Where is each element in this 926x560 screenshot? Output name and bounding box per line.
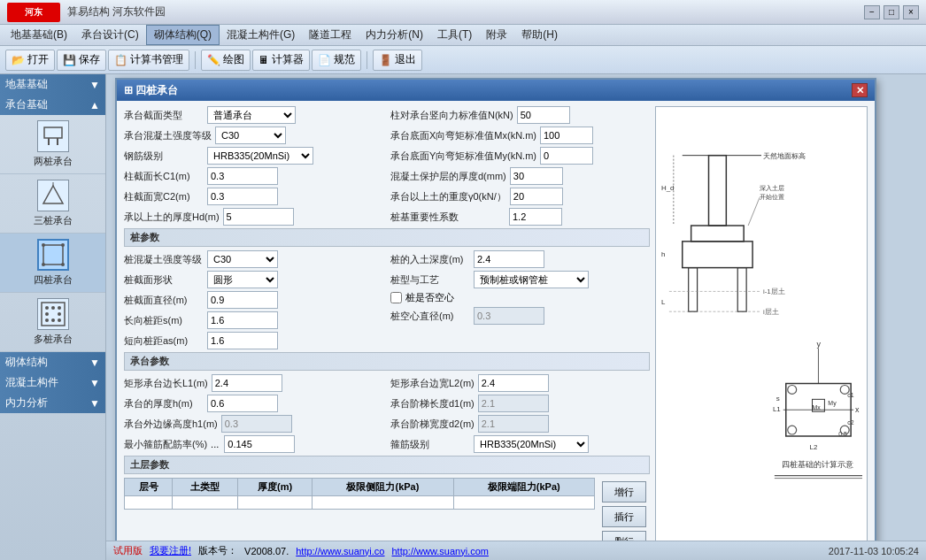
axial-input[interactable] (517, 106, 570, 124)
svg-text:L: L (661, 298, 666, 306)
rect-l1-input[interactable] (212, 374, 282, 392)
concrete-cover-input[interactable] (510, 167, 563, 185)
row-soil-thickness: 承以上土的厚度Hd(m) (124, 208, 383, 226)
menu-tunnel[interactable]: 隧道工程 (302, 26, 359, 44)
soil-thickness-input[interactable] (223, 208, 294, 226)
multi-pile-icon (37, 298, 69, 330)
menu-force[interactable]: 内力分析(N) (359, 26, 430, 44)
dialog-close-button[interactable]: ✕ (852, 83, 868, 97)
embed-depth-input[interactable] (474, 250, 544, 268)
long-spacing-input[interactable] (207, 311, 278, 329)
menu-appendix[interactable]: 附录 (479, 26, 514, 44)
spec-button[interactable]: 📄 规范 (312, 50, 361, 71)
two-pile-label: 两桩承台 (34, 155, 73, 168)
insert-row-button[interactable]: 插行 (602, 506, 646, 527)
sidebar-header-cap[interactable]: 承台基础 ▲ (0, 95, 105, 115)
three-pile-icon (37, 180, 69, 211)
svg-text:L2: L2 (810, 443, 818, 451)
menu-ground[interactable]: 地基基础(B) (4, 26, 74, 44)
cap-thick-input[interactable] (207, 395, 278, 412)
short-spacing-input[interactable] (207, 332, 278, 349)
exit-button[interactable]: 🚪 退出 (373, 50, 422, 71)
toolbar: 📂 打开 💾 保存 📋 计算书管理 ✏️ 绘图 🖩 计算器 📄 规范 🚪 退出 (0, 46, 926, 74)
pile-shape-select[interactable]: 圆形 (207, 271, 278, 288)
row-pile-concrete: 桩混凝土强度等级 C30 (124, 250, 383, 268)
cap-params-col-right: 矩形承台边宽L2(m) 承台阶梯长度d1(m) 承台阶梯宽度d2(m) (390, 374, 650, 456)
menu-tools[interactable]: 工具(T) (430, 26, 479, 44)
svg-point-45 (788, 426, 797, 434)
sidebar-header-masonry[interactable]: 砌体结构 ▼ (0, 352, 105, 372)
draw-button[interactable]: ✏️ 绘图 (201, 50, 251, 71)
menu-masonry[interactable]: 砌体结构(Q) (146, 25, 220, 45)
multi-pile-label: 多桩承台 (34, 333, 73, 346)
sidebar-item-three-pile[interactable]: 三桩承台 (0, 174, 105, 234)
dialog-four-pile: ⊞ 四桩承台 ✕ 承台截面类型 普通承台 (115, 78, 876, 560)
pile-concrete-select[interactable]: C30 (207, 250, 278, 268)
row-rect-l1: 矩形承台边长L1(m) (124, 374, 383, 392)
row-axial: 柱对承台竖向力标准值N(kN) (390, 106, 650, 124)
sidebar-header-concrete[interactable]: 混凝土构件 ▼ (0, 372, 105, 393)
sidebar-header-ground[interactable]: 地基基础 ▼ (0, 74, 105, 95)
stirrup-grade-select[interactable]: HRB335(20MnSi) (474, 435, 589, 453)
website-link-1[interactable]: http://www.suanyi.co (296, 546, 384, 556)
outer-edge-label: 承台外边缘高度h1(m) (124, 418, 218, 431)
svg-text:开始位置: 开始位置 (760, 194, 784, 201)
menu-cap[interactable]: 承台设计(C) (74, 26, 146, 44)
svg-point-14 (45, 312, 49, 316)
pile-importance-input[interactable] (509, 208, 562, 226)
title-bar: 河东 算易结构 河东软件园 − □ × (0, 0, 926, 25)
row-pile-importance: 桩基重要性系数 (390, 208, 650, 226)
sidebar-item-two-pile[interactable]: 两桩承台 (0, 115, 105, 174)
open-button[interactable]: 📂 打开 (5, 50, 55, 71)
version-label: 版本号： (198, 544, 237, 557)
open-icon: 📂 (12, 54, 25, 66)
svg-text:深入土层: 深入土层 (760, 185, 784, 192)
row-concrete-cover: 混凝土保护层的厚度d(mm) (390, 167, 650, 185)
website-link-2[interactable]: http://www.suanyi.com (392, 546, 489, 556)
cap-params-col-left: 矩形承台边长L1(m) 承台的厚度h(m) 承台外边缘高度h1(m) (124, 374, 383, 456)
pile-type-select[interactable]: 预制桩或钢管桩 (474, 271, 589, 288)
cross-section-select[interactable]: 普通承台 (207, 106, 296, 124)
concrete-grade-select[interactable]: C30 (215, 127, 286, 144)
row-embed-depth: 桩的入土深度(m) (390, 250, 650, 268)
moment-x-input[interactable] (540, 127, 593, 144)
svg-point-18 (58, 318, 61, 322)
svg-text:i-1层土: i-1层土 (763, 288, 785, 295)
maximize-button[interactable]: □ (884, 5, 899, 19)
soil-thickness-label: 承以上土的厚度Hd(m) (124, 211, 220, 224)
soil-weight-label: 承台以上土的重度γ0(kN/） (390, 190, 506, 203)
c1-input[interactable] (207, 167, 278, 185)
col-soil-type: 土类型 (173, 479, 238, 496)
col-tip-resistance: 极限端阻力(kPa) (453, 479, 594, 496)
calculator-button[interactable]: 🖩 计算器 (252, 50, 310, 71)
menu-help[interactable]: 帮助(H) (514, 26, 565, 44)
steel-grade-select[interactable]: HRB335(20MnSi) (207, 147, 313, 165)
pile-diam-input[interactable] (207, 291, 278, 309)
col-side-resistance: 极限侧阻力(kPa) (313, 479, 453, 496)
c2-label: 柱截面宽C2(m) (124, 190, 204, 203)
add-row-button[interactable]: 增行 (602, 481, 646, 502)
min-steel-input[interactable] (224, 435, 295, 453)
c2-input[interactable] (207, 188, 278, 205)
register-link[interactable]: 我要注册! (150, 544, 191, 557)
cell-empty (237, 496, 312, 510)
svg-rect-25 (683, 242, 752, 268)
soil-weight-input[interactable] (510, 188, 563, 205)
sidebar-item-four-pile[interactable]: 四桩承台 (0, 234, 105, 293)
rect-l2-input[interactable] (478, 374, 549, 392)
sidebar-concrete-label: 混凝土构件 (5, 375, 58, 390)
pile-col-right: 桩的入土深度(m) 桩型与工艺 预制桩或钢管桩 (390, 250, 650, 352)
title-bar-text: 算易结构 河东软件园 (67, 4, 864, 19)
close-window-button[interactable]: × (903, 5, 919, 19)
hollow-checkbox[interactable] (390, 292, 402, 303)
sidebar-item-multi-pile[interactable]: 多桩承台 (0, 293, 105, 352)
row-hollow: 桩是否空心 (390, 291, 650, 304)
sidebar-header-force[interactable]: 内力分析 ▼ (0, 393, 105, 413)
save-button[interactable]: 💾 保存 (57, 50, 106, 71)
open-label: 打开 (27, 52, 49, 67)
minimize-button[interactable]: − (864, 5, 880, 19)
moment-y-input[interactable] (540, 147, 593, 165)
calc-manage-button[interactable]: 📋 计算书管理 (108, 50, 189, 71)
calculator-icon: 🖩 (259, 54, 269, 66)
menu-concrete[interactable]: 混凝土构件(G) (220, 26, 302, 44)
